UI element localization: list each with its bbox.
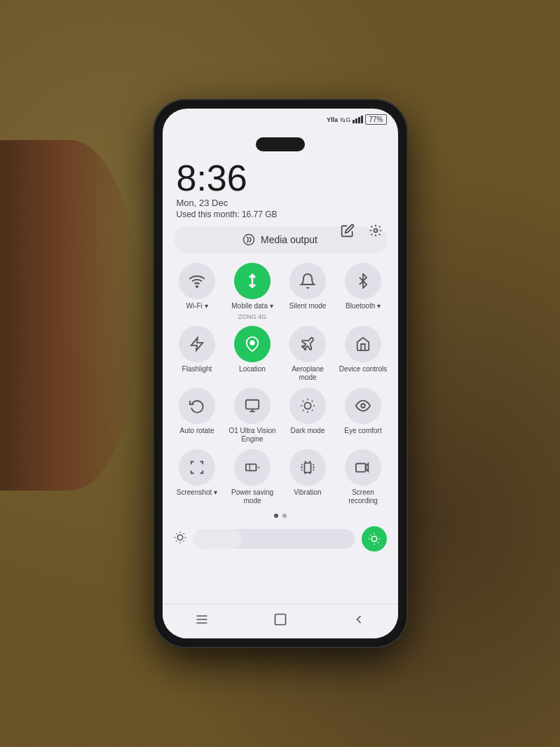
wifi-label: Wi-Fi ▾	[186, 302, 207, 310]
svg-rect-49	[275, 615, 285, 625]
clock-time: 8:36	[177, 160, 384, 196]
screenshot-label: Screenshot ▾	[177, 488, 217, 497]
svg-line-33	[176, 533, 177, 534]
toggle-flashlight[interactable]: Flashlight	[172, 326, 222, 382]
eye-comfort-label: Eye comfort	[344, 427, 381, 435]
toggle-silent[interactable]: Silent mode	[283, 263, 333, 320]
back-icon	[352, 612, 366, 626]
toggle-auto-rotate[interactable]: Auto rotate	[172, 388, 222, 444]
nav-menu-button[interactable]	[195, 612, 209, 630]
svg-rect-28	[356, 464, 366, 472]
status-bar: Ylla ³⁄₄G 77%	[163, 109, 398, 128]
battery-icon-toggle	[245, 460, 260, 475]
location-circle	[234, 326, 271, 362]
settings-icon[interactable]	[366, 221, 385, 240]
mobile-data-circle	[234, 263, 271, 299]
aeroplane-label: Aeroplane mode	[283, 365, 333, 382]
media-output-icon	[243, 233, 255, 246]
flashlight-label: Flashlight	[182, 365, 212, 374]
home-icon	[355, 336, 371, 352]
mobile-data-sublabel: ZONG 4G	[238, 313, 267, 320]
svg-rect-21	[304, 463, 310, 473]
toggle-screenshot[interactable]: Screenshot ▾	[172, 449, 222, 505]
toggle-eye-comfort[interactable]: Eye comfort	[339, 388, 388, 444]
clock-area: 8:36 Mon, 23 Dec Used this month: 16.77 …	[163, 154, 398, 222]
toggle-vision-engine[interactable]: O1 Ultra Vision Engine	[228, 388, 278, 444]
svg-point-2	[196, 286, 198, 287]
toggle-dark-mode[interactable]: Dark mode	[283, 388, 333, 444]
signal-text: Ylla	[327, 116, 338, 123]
screen-recording-label: Screen recording	[339, 488, 388, 505]
aeroplane-icon	[300, 336, 315, 352]
page-dot-1	[274, 514, 278, 518]
vision-engine-circle	[234, 388, 271, 424]
brightness-auto-button[interactable]	[362, 526, 387, 551]
device-controls-circle	[345, 326, 381, 362]
wifi-circle	[179, 263, 215, 299]
svg-point-0	[374, 229, 377, 233]
aeroplane-circle	[289, 326, 326, 362]
phone-device: Ylla ³⁄₄G 77% 8:36 Mon, 23 Dec Used th	[154, 100, 407, 647]
device-controls-label: Device controls	[339, 365, 387, 374]
brightness-slider[interactable]	[193, 529, 355, 549]
svg-point-8	[304, 402, 310, 409]
dark-mode-label: Dark mode	[291, 427, 325, 435]
svg-marker-3	[191, 338, 203, 350]
camera-area	[163, 128, 398, 154]
wifi-icon	[189, 273, 205, 289]
edit-icon[interactable]	[338, 221, 357, 240]
brightness-auto-icon	[368, 533, 381, 545]
screenshot-icon	[189, 460, 205, 475]
screen-recording-circle	[345, 449, 381, 486]
rotate-icon	[189, 398, 205, 413]
toggle-mobile-data[interactable]: Mobile data ▾ ZONG 4G	[228, 263, 278, 320]
brightness-low-icon	[174, 531, 186, 547]
media-output-label: Media output	[261, 234, 317, 245]
toggle-bluetooth[interactable]: Bluetooth ▾	[339, 263, 388, 320]
svg-line-37	[176, 541, 177, 542]
nav-back-button[interactable]	[352, 612, 366, 630]
bluetooth-label: Bluetooth ▾	[346, 302, 381, 310]
hamburger-icon	[195, 612, 209, 626]
dark-mode-circle	[289, 388, 326, 424]
battery-icon: 77%	[365, 114, 386, 125]
toggles-grid: Wi-Fi ▾ Mobile data ▾ ZONG 4G	[163, 257, 398, 511]
signal-bars	[353, 116, 363, 123]
toggle-screen-recording[interactable]: Screen recording	[339, 449, 388, 505]
silent-label: Silent mode	[289, 302, 327, 310]
status-icons: Ylla ³⁄₄G 77%	[327, 114, 387, 125]
svg-line-34	[183, 541, 184, 542]
mobile-data-icon	[244, 273, 261, 289]
auto-rotate-label: Auto rotate	[180, 427, 214, 435]
location-icon	[245, 336, 260, 352]
power-saving-circle	[234, 449, 271, 486]
silent-circle	[289, 263, 326, 299]
svg-point-17	[361, 404, 365, 408]
nav-bar	[163, 603, 398, 638]
toggle-device-controls[interactable]: Device controls	[339, 326, 388, 382]
eye-comfort-circle	[345, 388, 381, 424]
flashlight-icon	[189, 336, 205, 352]
svg-point-4	[250, 341, 254, 345]
vision-engine-label: O1 Ultra Vision Engine	[228, 427, 278, 444]
toggle-aeroplane[interactable]: Aeroplane mode	[283, 326, 333, 382]
page-dots	[163, 514, 398, 518]
hand-background	[0, 140, 140, 491]
svg-line-11	[303, 401, 303, 402]
brightness-row	[163, 521, 398, 557]
toggle-wifi[interactable]: Wi-Fi ▾	[172, 263, 222, 320]
svg-point-1	[244, 235, 254, 245]
record-icon	[355, 460, 371, 475]
mobile-data-label: Mobile data ▾	[231, 302, 273, 310]
svg-rect-18	[246, 464, 257, 470]
vibration-label: Vibration	[294, 488, 321, 497]
phone-screen: Ylla ³⁄₄G 77% 8:36 Mon, 23 Dec Used th	[163, 109, 398, 638]
toggle-power-saving[interactable]: Power saving mode	[228, 449, 278, 505]
top-right-icons	[338, 221, 385, 240]
toggle-location[interactable]: Location	[228, 326, 278, 382]
camera-punch-hole	[256, 137, 305, 151]
power-saving-label: Power saving mode	[228, 488, 278, 505]
svg-line-12	[312, 410, 313, 411]
toggle-vibration[interactable]: Vibration	[283, 449, 333, 505]
nav-home-button[interactable]	[273, 612, 287, 630]
